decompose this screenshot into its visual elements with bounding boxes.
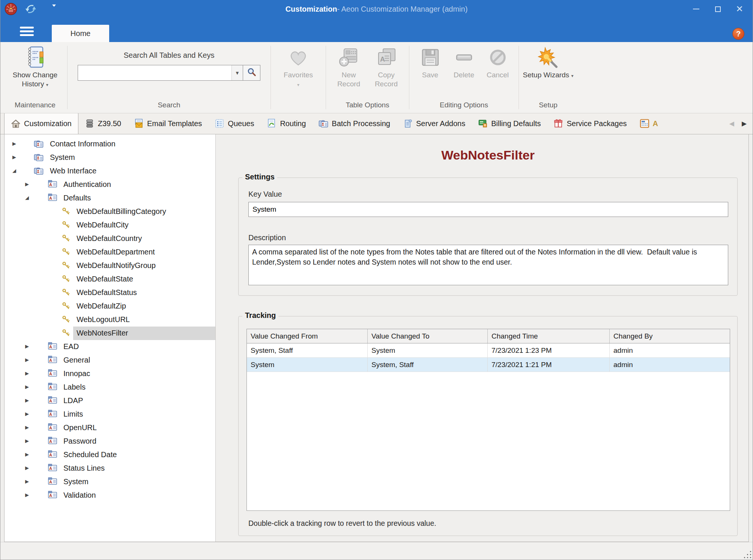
ribbon-tab-home[interactable]: Home [52,25,109,42]
tree-item-webdefaultcountry[interactable]: WebDefaultCountry [5,232,215,245]
tree-item-webdefaultzip[interactable]: WebDefaultZip [5,300,215,313]
expand-arrow-icon[interactable]: ▶ [25,384,29,390]
column-header[interactable]: Changed Time [488,329,610,343]
document-tab-strip: CustomizationZ39.50Email TemplatesQueues… [0,113,753,134]
tree-item-label: System [50,153,75,162]
search-heading: Search All Tables and Keys [69,51,269,60]
tree-item-limits[interactable]: ▶ALimits [5,408,215,421]
collapse-arrow-icon[interactable]: ◢ [12,168,16,173]
save-floppy-icon [421,44,440,71]
tab-scroll-left-icon[interactable]: ◀ [729,120,734,128]
tab-billing-defaults[interactable]: Billing Defaults [472,113,547,134]
tree-item-contact-information[interactable]: ▶Contact Information [5,137,215,151]
cancel-button[interactable]: Cancel [481,44,515,80]
tab-batch-processing[interactable]: Batch Processing [312,113,397,134]
tab-a[interactable]: A [633,113,660,134]
tree-item-openurl[interactable]: ▶AOpenURL [5,421,215,435]
expand-arrow-icon[interactable]: ▶ [25,343,29,349]
key-value-input[interactable] [248,202,728,217]
tree-item-webdefaultdepartment[interactable]: WebDefaultDepartment [5,245,215,259]
category-table-icon: A [48,423,57,433]
tree-item-labels[interactable]: ▶ALabels [5,381,215,394]
tree-item-validation[interactable]: ▶AValidation [5,489,215,502]
description-box[interactable]: A comma separated list of the note types… [248,245,728,285]
expand-arrow-icon[interactable]: ▶ [25,357,29,363]
help-button[interactable]: ? [732,28,744,40]
tree-item-webnotesfilter[interactable]: WebNotesFilter [5,327,215,340]
collapse-arrow-icon[interactable]: ◢ [25,195,29,200]
tracking-row[interactable]: SystemSystem, Staff7/23/2021 1:21 PMadmi… [247,358,730,372]
copy-record-button[interactable]: A Copy Record [368,44,405,89]
tracking-cell: admin [610,358,730,372]
svg-text:A: A [49,439,52,444]
search-button[interactable] [243,65,260,81]
tab-routing[interactable]: Routing [260,113,312,134]
maximize-button[interactable] [707,0,729,18]
tree-item-defaults[interactable]: ◢ADefaults [5,191,215,205]
expand-arrow-icon[interactable]: ▶ [25,370,29,376]
column-header[interactable]: Value Changed To [368,329,488,343]
setup-wizards-button[interactable]: Setup Wizards ▾ [523,44,574,80]
magnifier-icon [247,67,257,78]
tab-customization[interactable]: Customization [4,113,78,134]
category-table-icon: A [48,437,57,446]
tree-item-ead[interactable]: ▶AEAD [5,340,215,354]
search-dropdown-button[interactable]: ▼ [231,65,243,80]
tree-item-web-interface[interactable]: ◢Web Interface [5,164,215,178]
tree-item-webdefaultstatus[interactable]: WebDefaultStatus [5,286,215,300]
tree-item-webdefaultstate[interactable]: WebDefaultState [5,272,215,286]
tree-item-webdefaultbillingcategory[interactable]: WebDefaultBillingCategory [5,205,215,218]
expand-arrow-icon[interactable]: ▶ [25,411,29,417]
tree-item-webdefaultcity[interactable]: WebDefaultCity [5,218,215,232]
ribbon-group-setup: Setup Wizards ▾ Setup [520,42,576,113]
save-button[interactable]: Save [413,44,447,80]
search-input[interactable] [78,65,231,80]
favorites-button[interactable]: Favorites▾ [284,44,313,89]
tracking-row[interactable]: System, StaffSystem7/23/2021 1:23 PMadmi… [247,343,730,358]
expand-arrow-icon[interactable]: ▶ [25,425,29,430]
tree-item-general[interactable]: ▶AGeneral [5,354,215,367]
tree-item-ldap[interactable]: ▶ALDAP [5,394,215,408]
category-table-icon: A [48,464,57,473]
ribbon-separator [67,46,68,109]
tree-item-webdefaultnotifygroup[interactable]: WebDefaultNotifyGroup [5,259,215,272]
tab-service-packages[interactable]: Service Packages [547,113,633,134]
hamburger-menu-button[interactable] [12,22,41,41]
tree-item-scheduled-date[interactable]: ▶AScheduled Date [5,448,215,462]
expand-arrow-icon[interactable]: ▶ [25,438,29,444]
expand-arrow-icon[interactable]: ▶ [25,479,29,484]
expand-arrow-icon[interactable]: ▶ [25,452,29,457]
close-button[interactable]: ✕ [729,0,750,18]
ribbon: Show Change History ▾ Maintenance Search… [0,42,753,113]
tab-email-templates[interactable]: Email Templates [128,113,208,134]
show-change-history-button[interactable]: Show Change History ▾ [4,44,66,89]
tree-item-password[interactable]: ▶APassword [5,435,215,448]
window-controls: ✕ [685,0,750,18]
expand-arrow-icon[interactable]: ▶ [12,154,16,160]
expand-arrow-icon[interactable]: ▶ [25,181,29,187]
expand-arrow-icon[interactable]: ▶ [25,492,29,498]
expand-arrow-icon[interactable]: ▶ [25,465,29,471]
column-header[interactable]: Value Changed From [247,329,368,343]
expand-arrow-icon[interactable]: ▶ [12,141,16,146]
svg-text:A: A [49,480,52,484]
tab-scroll-right-icon[interactable]: ▶ [742,120,747,128]
tree-item-system[interactable]: ▶System [5,151,215,164]
category-table-icon: A [48,396,57,406]
tab-z39-50[interactable]: Z39.50 [78,113,128,134]
tree-item-system[interactable]: ▶ASystem [5,475,215,489]
expand-arrow-icon[interactable]: ▶ [25,397,29,403]
tree-item-authentication[interactable]: ▶AAuthentication [5,178,215,191]
tree-item-status-lines[interactable]: ▶AStatus Lines [5,462,215,475]
tree-item-weblogouturl[interactable]: WebLogoutURL [5,313,215,327]
tab-queues[interactable]: Queues [208,113,260,134]
new-record-button[interactable]: New Record [330,44,368,89]
tab-server-addons[interactable]: Server Addons [397,113,472,134]
tree-item-label: WebDefaultZip [77,302,126,310]
resize-grip[interactable] [743,550,751,558]
ribbon-group-favorites: Favorites▾ [272,42,325,113]
minimize-button[interactable] [685,0,707,18]
column-header[interactable]: Changed By [610,329,730,343]
delete-button[interactable]: Delete [447,44,481,80]
tree-item-innopac[interactable]: ▶AInnopac [5,367,215,381]
